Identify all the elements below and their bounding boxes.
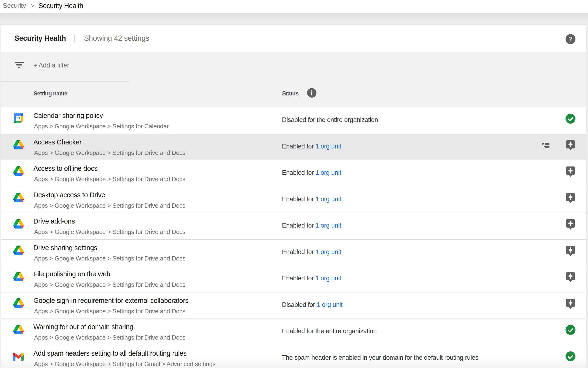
svg-text:31: 31 (17, 116, 20, 120)
svg-text:?: ? (568, 35, 573, 43)
